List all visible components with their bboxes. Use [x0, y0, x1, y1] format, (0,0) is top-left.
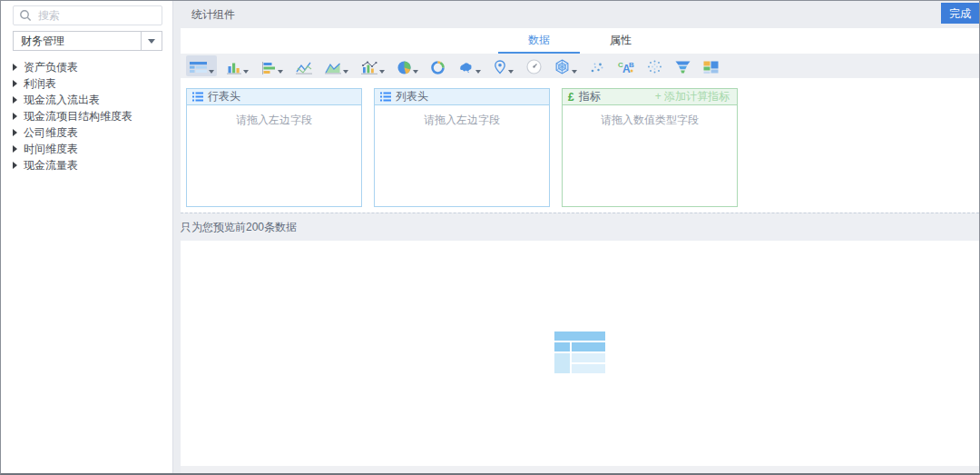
- measures-placeholder: 请拖入数值类型字段: [563, 105, 737, 128]
- field-sidebar: 财务管理 资产负债表 利润表 现金流入流出表 现金流项目结构维度表 公司维度表 …: [1, 1, 173, 473]
- add-calculated-measure-button[interactable]: + 添加计算指标: [655, 89, 730, 104]
- list-icon: [192, 92, 203, 102]
- tab-data[interactable]: 数据: [498, 28, 580, 54]
- radar-chart-icon: [554, 59, 570, 74]
- china-map-icon: [457, 62, 474, 74]
- tree-item-label: 现金流入流出表: [24, 93, 100, 108]
- tree-item-label: 公司维度表: [24, 125, 78, 141]
- area-chart-button[interactable]: [321, 55, 351, 76]
- svg-text:B: B: [629, 61, 634, 69]
- tree-item-time-dim[interactable]: 时间维度表: [1, 141, 172, 157]
- measures-dropzone[interactable]: £ 指标 + 添加计算指标 请拖入数值类型字段: [562, 88, 738, 207]
- tree-item-cashflow-structure[interactable]: 现金流项目结构维度表: [1, 108, 172, 124]
- report-builder-window: 财务管理 资产负债表 利润表 现金流入流出表 现金流项目结构维度表 公司维度表 …: [0, 0, 980, 475]
- row-header-dropzone[interactable]: 行表头 请拖入左边字段: [186, 88, 362, 207]
- tree-item-label: 利润表: [24, 76, 56, 92]
- tree-item-label: 资产负债表: [24, 60, 78, 75]
- dropdown-caret-icon: [278, 70, 283, 74]
- table-placeholder-icon: [554, 332, 605, 375]
- currency-icon: £: [568, 91, 574, 104]
- sphere-scatter-icon: [647, 59, 662, 74]
- bar-chart-button[interactable]: [258, 55, 286, 76]
- measures-title: 指标: [579, 89, 601, 104]
- main-area: 统计组件 完成 数据 属性: [173, 1, 979, 473]
- caret-right-icon: [13, 80, 17, 87]
- combo-chart-button[interactable]: [358, 55, 387, 76]
- search-input[interactable]: [36, 8, 156, 23]
- caret-right-icon: [13, 64, 17, 71]
- dropdown-caret-icon: [209, 70, 214, 74]
- donut-chart-icon: [431, 61, 445, 74]
- area-chart-icon: [325, 62, 341, 74]
- china-map-button[interactable]: [454, 55, 484, 76]
- pin-map-button[interactable]: [490, 55, 516, 76]
- preview-notice: 只为您预览前200条数据: [181, 213, 979, 241]
- dropdown-caret-icon: [243, 70, 249, 74]
- tree-item-label: 时间维度表: [24, 142, 78, 157]
- chevron-down-icon: [148, 39, 155, 44]
- page-title: 统计组件: [181, 1, 979, 28]
- table-icon: [190, 62, 207, 74]
- column-header-title: 列表头: [396, 89, 428, 104]
- row-header-title: 行表头: [208, 89, 240, 104]
- sphere-scatter-button[interactable]: [643, 55, 665, 76]
- combo-chart-icon: [361, 61, 377, 74]
- donut-chart-button[interactable]: [427, 55, 447, 76]
- tree-item-cashflow-statement[interactable]: 现金流量表: [1, 157, 172, 173]
- pie-chart-icon: [397, 61, 411, 74]
- dataset-select-value: 财务管理: [14, 32, 141, 50]
- preview-area: [181, 241, 979, 466]
- column-chart-button[interactable]: [223, 55, 251, 76]
- dropdown-caret-icon: [508, 70, 514, 74]
- funnel-chart-button[interactable]: [671, 55, 693, 76]
- tab-properties[interactable]: 属性: [580, 28, 662, 54]
- table-tree: 资产负债表 利润表 现金流入流出表 现金流项目结构维度表 公司维度表 时间维度表…: [1, 59, 172, 173]
- search-icon: [19, 9, 32, 22]
- dashboard-blocks-icon: [703, 61, 719, 74]
- dropdown-caret-icon: [475, 70, 481, 74]
- tree-item-profit[interactable]: 利润表: [1, 75, 172, 92]
- dropdown-caret-icon: [343, 70, 348, 74]
- tree-item-label: 现金流项目结构维度表: [24, 109, 132, 124]
- caret-right-icon: [13, 145, 17, 153]
- tree-item-balance-sheet[interactable]: 资产负债表: [1, 59, 172, 75]
- horizontal-scrollbar-track[interactable]: [181, 466, 979, 473]
- dropdown-caret-icon: [413, 70, 418, 74]
- measures-title-bar: £ 指标 + 添加计算指标: [563, 89, 737, 105]
- radar-chart-button[interactable]: [551, 55, 580, 76]
- chart-type-toolbar: CAB: [181, 54, 979, 78]
- dropdown-caret-icon: [379, 70, 385, 74]
- search-box[interactable]: [13, 5, 162, 25]
- caret-right-icon: [13, 96, 17, 104]
- tree-item-label: 现金流量表: [24, 158, 78, 173]
- line-chart-icon: [296, 62, 312, 74]
- tree-item-company-dim[interactable]: 公司维度表: [1, 124, 172, 141]
- table-chart-button[interactable]: [186, 55, 217, 76]
- list-icon: [380, 92, 391, 102]
- funnel-chart-icon: [675, 61, 691, 74]
- done-button[interactable]: 完成: [941, 3, 979, 24]
- dashboard-blocks-button[interactable]: [700, 55, 721, 76]
- row-header-title-bar: 行表头: [187, 89, 361, 105]
- tab-bar: 数据 属性: [181, 28, 979, 54]
- column-header-dropzone[interactable]: 列表头 请拖入左边字段: [374, 88, 550, 207]
- caret-right-icon: [13, 162, 17, 169]
- scatter-chart-icon: [590, 62, 604, 74]
- column-chart-icon: [227, 61, 241, 74]
- scatter-chart-button[interactable]: [586, 55, 607, 76]
- word-cloud-icon: CAB: [617, 60, 634, 74]
- tree-item-cashflow-inout[interactable]: 现金流入流出表: [1, 92, 172, 108]
- drop-zones-row: 行表头 请拖入左边字段 列表头 请拖入左边字段 £ 指标 + 添加计算指标 请拖…: [181, 78, 979, 213]
- caret-right-icon: [13, 113, 17, 120]
- pie-chart-button[interactable]: [394, 55, 421, 76]
- column-header-placeholder: 请拖入左边字段: [375, 105, 549, 128]
- word-cloud-button[interactable]: CAB: [613, 55, 637, 76]
- line-chart-button[interactable]: [292, 55, 315, 76]
- caret-right-icon: [13, 129, 17, 136]
- pin-map-icon: [494, 60, 506, 74]
- select-arrow[interactable]: [141, 32, 162, 50]
- row-header-placeholder: 请拖入左边字段: [187, 105, 361, 128]
- dataset-select[interactable]: 财务管理: [13, 31, 162, 51]
- gauge-button[interactable]: [523, 55, 544, 76]
- bar-chart-icon: [261, 62, 276, 74]
